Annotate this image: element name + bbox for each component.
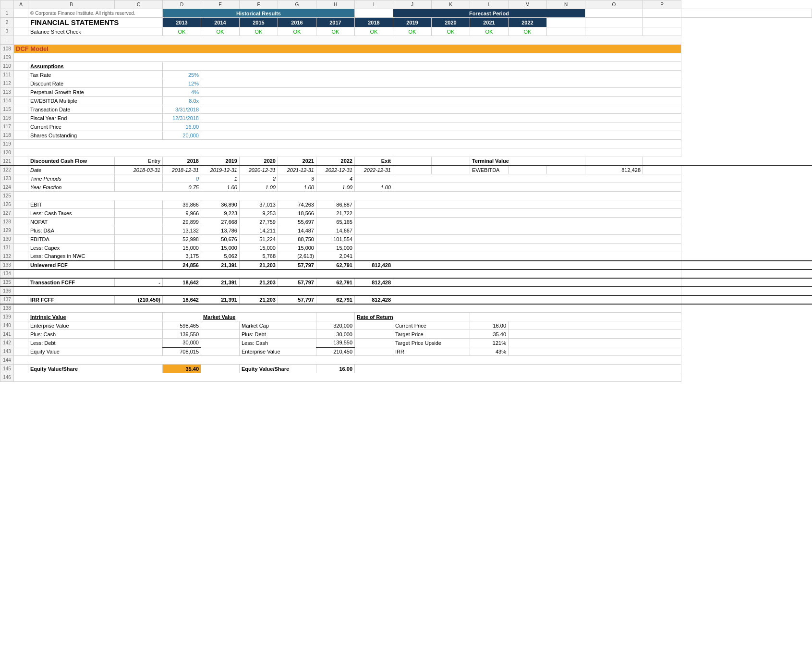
date-2018: 2018-12-31 bbox=[163, 166, 201, 174]
row-num-130: 130 bbox=[0, 235, 14, 244]
ebitda-2020: 51,224 bbox=[240, 235, 278, 244]
row-num-127: 127 bbox=[0, 209, 14, 218]
time-2021: 3 bbox=[278, 174, 316, 183]
empty-112 bbox=[201, 79, 681, 88]
time-2022: 4 bbox=[316, 174, 355, 183]
cell-111A bbox=[14, 71, 28, 79]
cell-133A bbox=[14, 261, 28, 269]
empty-141-rest bbox=[509, 330, 681, 339]
row-num-139: 139 bbox=[0, 313, 14, 321]
row-num-126: 126 bbox=[0, 200, 14, 209]
plus-cash-label: Plus: Cash bbox=[28, 330, 163, 339]
ebit-label: EBIT bbox=[28, 200, 115, 209]
forecast-header: Forecast Period bbox=[393, 9, 585, 18]
cell-1P bbox=[681, 9, 812, 18]
ok-2022: OK bbox=[509, 27, 547, 36]
row-num-140: 140 bbox=[0, 321, 14, 330]
row-num-137: 137 bbox=[0, 295, 14, 304]
cell-128A bbox=[14, 218, 28, 226]
col-E-header: E bbox=[201, 0, 240, 9]
year-2015: 2015 bbox=[240, 18, 278, 27]
cell-3A bbox=[14, 27, 28, 36]
row-1: 1 © Corporate Finance Institute. All rig… bbox=[0, 9, 812, 18]
nwc-2021: (2,613) bbox=[278, 252, 316, 261]
empty-row-136 bbox=[14, 287, 681, 295]
row-num-131: 131 bbox=[0, 244, 14, 252]
cell-140I bbox=[355, 321, 393, 330]
cell-3N bbox=[547, 27, 585, 36]
cell-139H bbox=[316, 313, 355, 321]
txn-fcff-2020: 21,203 bbox=[240, 278, 278, 287]
row-num-109: 109 bbox=[0, 53, 14, 62]
cell-116A bbox=[14, 114, 28, 122]
enterprise-value-mkt-label: Enterprise Value bbox=[240, 347, 316, 356]
empty-row-120 bbox=[14, 148, 681, 157]
row-num-3: 3 bbox=[0, 27, 14, 36]
col-H-header: H bbox=[316, 0, 355, 9]
irr-fcff-entry: (210,450) bbox=[115, 295, 163, 304]
row-140: 140 Enterprise Value 598,465 Market Cap … bbox=[0, 321, 812, 330]
row-126: 126 EBIT 39,866 36,890 37,013 74,263 86,… bbox=[0, 200, 812, 209]
row-num-146: 146 bbox=[0, 373, 14, 382]
empty-145-rest bbox=[355, 365, 681, 373]
current-price-label: Current Price bbox=[28, 122, 163, 131]
ok-2019: OK bbox=[393, 27, 432, 36]
current-price-ror-label: Current Price bbox=[393, 321, 470, 330]
row-115: 115 Transaction Date 3/31/2018 bbox=[0, 105, 812, 114]
row-108: 108 DCF Model bbox=[0, 45, 812, 53]
dcf-terminal-value-header: Terminal Value bbox=[470, 157, 585, 166]
equity-share-mkt-label: Equity Value/Share bbox=[240, 365, 316, 373]
plus-debt-val: 30,000 bbox=[316, 330, 355, 339]
copyright-text: © Corporate Finance Institute. All right… bbox=[28, 9, 163, 18]
row-143: 143 Equity Value 708,015 Enterprise Valu… bbox=[0, 347, 812, 356]
row-num-116: 116 bbox=[0, 114, 14, 122]
row-num-108: 108 bbox=[0, 45, 14, 53]
yf-2018: 0.75 bbox=[163, 183, 201, 192]
empty-row-138 bbox=[14, 304, 681, 313]
row-num-1: 1 bbox=[0, 9, 14, 18]
nopat-2021: 55,697 bbox=[278, 218, 316, 226]
cell-145A bbox=[14, 365, 28, 373]
cell-122A bbox=[14, 166, 28, 174]
col-D-header: D bbox=[163, 0, 201, 9]
cell-123C bbox=[115, 174, 163, 183]
row-num-143: 143 bbox=[0, 347, 14, 356]
ebitda-2018: 52,998 bbox=[163, 235, 201, 244]
da-2018: 13,132 bbox=[163, 226, 201, 235]
col-I-header: I bbox=[355, 0, 393, 9]
perp-growth-label: Perpetual Growth Rate bbox=[28, 88, 163, 97]
nwc-label: Less: Changes in NWC bbox=[28, 252, 115, 261]
da-2021: 14,487 bbox=[278, 226, 316, 235]
row-num-112: 112 bbox=[0, 79, 14, 88]
txn-fcff-2019: 21,391 bbox=[201, 278, 240, 287]
shares-outstanding-label: Shares Outstanding bbox=[28, 131, 163, 140]
tax-rate-label: Tax Rate bbox=[28, 71, 163, 79]
irr-label: IRR bbox=[393, 347, 470, 356]
hidden-rows-space bbox=[14, 36, 681, 45]
cell-141A bbox=[14, 330, 28, 339]
ufcf-2021: 57,797 bbox=[278, 261, 316, 269]
row-num-133: 133 bbox=[0, 261, 14, 269]
cell-2N bbox=[547, 18, 585, 27]
year-2016: 2016 bbox=[278, 18, 316, 27]
ebitda-label: EBITDA bbox=[28, 235, 115, 244]
less-cash-label: Less: Cash bbox=[240, 339, 316, 347]
ct-2019: 9,223 bbox=[201, 209, 240, 218]
equity-share-label: Equity Value/Share bbox=[28, 365, 163, 373]
irr-fcff-exit: 812,428 bbox=[355, 295, 393, 304]
intrinsic-value-header: Intrinsic Value bbox=[28, 313, 163, 321]
financial-statements-title: FINANCIAL STATEMENTS bbox=[28, 18, 163, 27]
yf-2021: 1.00 bbox=[278, 183, 316, 192]
col-A-header: A bbox=[14, 0, 28, 9]
row-num-142: 142 bbox=[0, 339, 14, 347]
row-129: 129 Plus: D&A 13,132 13,786 14,211 14,48… bbox=[0, 226, 812, 235]
row-135: 135 Transaction FCFF - 18,642 21,391 21,… bbox=[0, 278, 812, 287]
row-128: 128 NOPAT 29,899 27,668 27,759 55,697 65… bbox=[0, 218, 812, 226]
col-C-header: C bbox=[115, 0, 163, 9]
empty-130-rest bbox=[355, 235, 681, 244]
cell-143I bbox=[355, 347, 393, 356]
row-124: 124 Year Fraction 0.75 1.00 1.00 1.00 1.… bbox=[0, 183, 812, 192]
row-138: 138 bbox=[0, 304, 812, 313]
row-num-114: 114 bbox=[0, 97, 14, 105]
cell-141I bbox=[355, 330, 393, 339]
